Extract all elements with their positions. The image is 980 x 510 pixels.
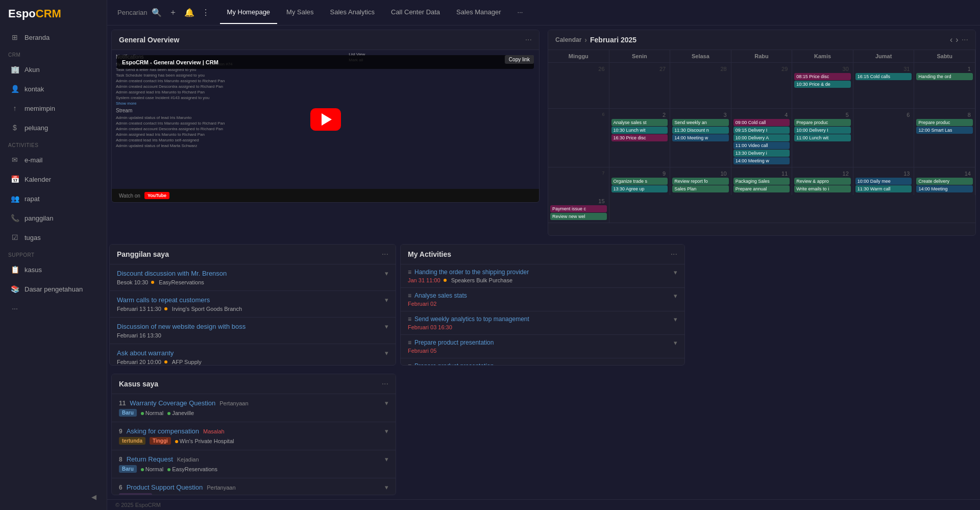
activity-item-1[interactable]: ≡ Handing the order to the shipping prov… — [401, 264, 684, 288]
cal-event[interactable]: 10:00 Daily mee — [855, 178, 912, 185]
cal-event[interactable]: 10:00 Delivery A — [733, 134, 790, 141]
cal-event[interactable]: 11:00 Lunch wit — [794, 134, 851, 141]
add-icon[interactable]: ＋ — [169, 7, 177, 18]
dropdown-arrow[interactable]: ▾ — [674, 269, 677, 276]
search-icon[interactable]: 🔍 — [152, 8, 162, 17]
sidebar-item-akun[interactable]: 🏢 Akun — [2, 60, 105, 79]
case-item-8[interactable]: 8 Return Request Kejadian ▾ Baru Normal … — [112, 450, 396, 478]
dropdown-arrow[interactable]: ▾ — [674, 362, 677, 365]
case-item-9[interactable]: 9 Asking for compensation Masalah ▾ tert… — [112, 422, 396, 450]
cal-event[interactable]: Write emails to i — [794, 185, 851, 192]
activities-menu[interactable]: ··· — [671, 250, 677, 259]
copy-link-button[interactable]: Copy link — [505, 55, 534, 64]
cal-event[interactable]: Prepare produc — [794, 119, 851, 126]
cal-event[interactable]: 16:15 Cold calls — [855, 73, 912, 80]
dropdown-arrow[interactable]: ▾ — [674, 315, 677, 323]
dropdown-arrow[interactable]: ▾ — [674, 339, 677, 347]
activity-item-4[interactable]: ≡ Prepare product presentation ▾ Februar… — [401, 335, 684, 358]
case-item-11[interactable]: 11 Warranty Coverage Question Pertanyaan… — [112, 394, 396, 422]
tab-sales-analytics[interactable]: Sales Analytics — [323, 1, 382, 24]
panel-menu-general[interactable]: ··· — [525, 35, 532, 44]
dropdown-arrow[interactable]: ▾ — [385, 296, 388, 304]
cal-event[interactable]: 10:30 Lunch wit — [611, 127, 668, 134]
sidebar-item-kasus[interactable]: 📋 kasus — [2, 260, 105, 279]
dropdown-arrow[interactable]: ▾ — [385, 455, 388, 463]
sidebar-item-rapat[interactable]: 👥 rapat — [2, 189, 105, 208]
play-button[interactable] — [310, 108, 341, 131]
dropdown-arrow[interactable]: ▾ — [385, 270, 388, 277]
calendar-menu[interactable]: ··· — [962, 35, 968, 44]
cal-event[interactable]: 09:00 Cold call — [733, 119, 790, 126]
tab-sales-manager[interactable]: Sales Manager — [449, 1, 508, 24]
calendar-prev-button[interactable]: ‹ — [950, 35, 952, 44]
sidebar-collapse-button[interactable]: ◀ — [87, 489, 101, 505]
list-icon: ≡ — [408, 269, 411, 276]
cal-event[interactable]: Review new wel — [550, 213, 607, 220]
cal-event[interactable]: Review & appro — [794, 178, 851, 185]
cal-event[interactable]: 14:00 Meeting — [916, 185, 973, 192]
cases-menu[interactable]: ··· — [382, 379, 388, 388]
cal-event[interactable]: Analyse sales st — [611, 119, 668, 126]
cal-cell-9: 9 Organize trade s 13:30 Agree up — [609, 167, 671, 195]
cal-event[interactable]: Handing the ord — [916, 73, 973, 80]
calendar-next-button[interactable]: › — [955, 35, 958, 44]
call-item-2[interactable]: Warm calls to repeat customers ▾ Februar… — [110, 291, 396, 318]
cal-event[interactable]: Send weekly an — [672, 119, 729, 126]
call-item-1[interactable]: Discount discussion with Mr. Brenson ▾ B… — [110, 264, 396, 291]
dropdown-arrow[interactable]: ▾ — [385, 323, 388, 330]
cal-event[interactable]: 11:00 Video call — [733, 142, 790, 149]
dropdown-arrow[interactable]: ▾ — [385, 349, 388, 357]
activity-item-2[interactable]: ≡ Analyse sales stats ▾ Februari 02 — [401, 288, 684, 311]
sidebar-item-email[interactable]: ✉ e-mail — [2, 151, 105, 169]
sidebar-item-kontak[interactable]: 👤 kontak — [2, 80, 105, 98]
cal-event[interactable]: 12:00 Smart Las — [916, 127, 973, 134]
activity-item-3[interactable]: ≡ Send weekly analytics to top managemen… — [401, 311, 684, 335]
call-date: Februari 20 10:00 — [117, 359, 161, 365]
sidebar-item-tugas[interactable]: ☑ tugas — [2, 228, 105, 247]
cal-event[interactable]: Payment issue c — [550, 205, 607, 212]
sidebar-item-peluang[interactable]: $ peluang — [2, 118, 105, 137]
cal-event[interactable]: 11:30 Discount n — [672, 127, 729, 134]
cal-event[interactable]: 14:00 Meeting w — [733, 157, 790, 164]
cal-event[interactable]: Prepare produc — [916, 119, 973, 126]
tab-my-homepage[interactable]: My Homepage — [220, 1, 278, 24]
sidebar-item-dasar-pengetahuan[interactable]: 📚 Dasar pengetahuan — [2, 280, 105, 298]
sidebar-item-panggilan[interactable]: 📞 panggilan — [2, 209, 105, 227]
cal-event[interactable]: 13:30 Agree up — [611, 185, 668, 192]
activity-title: ≡ Prepare product presentation — [408, 362, 494, 365]
dropdown-arrow[interactable]: ▾ — [385, 483, 388, 491]
cal-event[interactable]: 14:00 Meeting w — [672, 134, 729, 141]
call-item-3[interactable]: Discussion of new website design with bo… — [110, 318, 396, 344]
menu-icon[interactable]: ⋮ — [202, 8, 210, 17]
cal-event[interactable]: Prepare annual — [733, 185, 790, 192]
cal-event[interactable]: 10:30 Price & de — [794, 81, 851, 88]
sidebar-item-kalender[interactable]: 📅 Kalender — [2, 170, 105, 188]
call-item-4[interactable]: Ask about warranty ▾ Februari 20 10:00 A… — [110, 344, 396, 365]
activity-item-5[interactable]: ≡ Prepare product presentation ▾ Februar… — [401, 358, 684, 365]
calls-menu[interactable]: ··· — [382, 250, 388, 259]
case-type: Pertanyaan — [207, 484, 235, 491]
cal-event[interactable]: 13:30 Delivery i — [733, 150, 790, 157]
cal-event[interactable]: 16:30 Price disc — [611, 134, 668, 141]
sidebar-item-more[interactable]: ··· — [2, 299, 105, 318]
notification-icon[interactable]: 🔔 — [184, 8, 194, 17]
cal-event[interactable]: 09:15 Delivery I — [733, 127, 790, 134]
tab-call-center-data[interactable]: Call Center Data — [384, 1, 447, 24]
cal-event[interactable]: Create delivery — [916, 178, 973, 185]
dropdown-arrow[interactable]: ▾ — [385, 399, 388, 407]
youtube-logo[interactable]: YouTube — [144, 192, 169, 199]
cal-event[interactable]: 10:00 Delivery I — [794, 127, 851, 134]
sidebar-item-beranda[interactable]: ⊞ Beranda — [2, 28, 105, 46]
tab-more[interactable]: ··· — [510, 1, 530, 24]
cal-event[interactable]: Review report fo — [672, 178, 729, 185]
cal-event[interactable]: 08:15 Price disc — [794, 73, 851, 80]
cal-event[interactable]: Sales Plan — [672, 185, 729, 192]
case-item-6[interactable]: 6 Product Support Question Pertanyaan ▾ … — [112, 478, 396, 495]
dropdown-arrow[interactable]: ▾ — [385, 427, 388, 435]
cal-event[interactable]: 11:30 Warm call — [855, 185, 912, 192]
cal-event[interactable]: Packaging Sales — [733, 178, 790, 185]
dropdown-arrow[interactable]: ▾ — [674, 292, 677, 300]
sidebar-item-memimpin[interactable]: ↑ memimpin — [2, 99, 105, 117]
tab-my-sales[interactable]: My Sales — [279, 1, 321, 24]
cal-event[interactable]: Organize trade s — [611, 178, 668, 185]
